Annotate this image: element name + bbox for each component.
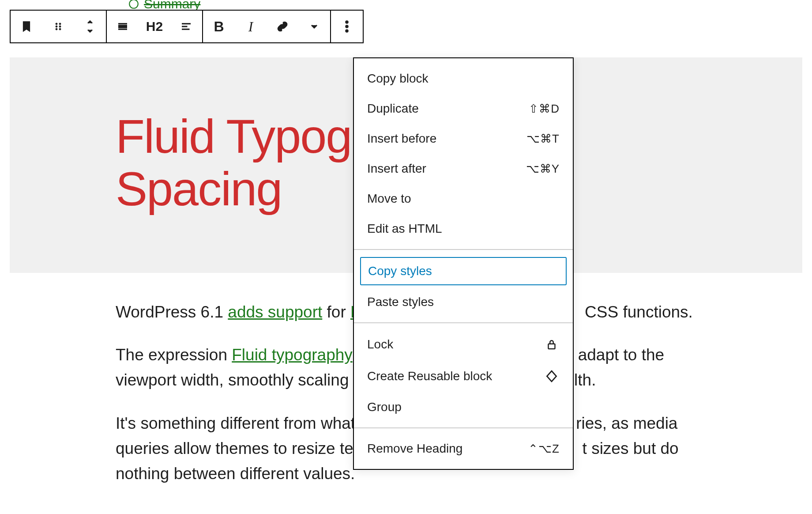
menu-duplicate[interactable]: Duplicate⇧⌘D — [354, 94, 573, 124]
svg-point-5 — [56, 28, 57, 30]
menu-group-2: Copy styles Paste styles — [354, 250, 573, 323]
text-align-left-icon — [180, 20, 193, 33]
toolbar-group-format: B I — [203, 11, 331, 42]
menu-insert-before[interactable]: Insert before⌥⌘T — [354, 124, 573, 154]
svg-point-6 — [59, 28, 61, 30]
text-align-button[interactable] — [170, 11, 202, 42]
drag-icon — [53, 21, 64, 32]
menu-group-4: Remove Heading⌃⌥Z — [354, 428, 573, 469]
heading-level-label: H2 — [146, 19, 163, 34]
menu-remove-heading[interactable]: Remove Heading⌃⌥Z — [354, 434, 573, 464]
toolbar-group-options — [331, 11, 363, 42]
block-options-menu: Copy block Duplicate⇧⌘D Insert before⌥⌘T… — [353, 57, 574, 470]
svg-point-15 — [346, 30, 348, 32]
menu-copy-block[interactable]: Copy block — [354, 64, 573, 94]
heading-level-button[interactable]: H2 — [139, 11, 170, 42]
bookmark-icon — [20, 20, 33, 33]
chevron-up-icon — [86, 18, 94, 26]
chevron-down-icon — [309, 21, 320, 32]
svg-rect-16 — [549, 344, 555, 349]
move-buttons[interactable] — [74, 11, 106, 42]
svg-point-14 — [346, 25, 348, 28]
circle-icon — [128, 0, 139, 10]
svg-point-2 — [59, 23, 61, 25]
svg-point-0 — [129, 0, 138, 8]
toolbar-group-heading: H2 — [107, 11, 203, 42]
bold-button[interactable]: B — [203, 11, 235, 42]
svg-point-3 — [56, 26, 57, 27]
link-adds-support[interactable]: adds support — [228, 303, 322, 321]
italic-button[interactable]: I — [235, 11, 267, 42]
block-type-button[interactable] — [11, 11, 42, 42]
more-format-button[interactable] — [298, 11, 330, 42]
menu-create-reusable[interactable]: Create Reusable block — [354, 360, 573, 392]
menu-group-3: Lock Create Reusable block Group — [354, 323, 573, 428]
reusable-icon — [544, 368, 560, 384]
lock-icon — [544, 336, 560, 352]
italic-icon: I — [248, 19, 253, 35]
link-button[interactable] — [267, 11, 298, 42]
align-button[interactable] — [107, 11, 139, 42]
svg-point-1 — [56, 23, 57, 25]
toolbar-group-block — [11, 11, 107, 42]
link-icon — [276, 20, 289, 33]
menu-copy-styles[interactable]: Copy styles — [360, 257, 567, 285]
svg-point-4 — [59, 26, 61, 27]
menu-group-item[interactable]: Group — [354, 392, 573, 422]
chevron-down-icon — [86, 26, 94, 35]
menu-insert-after[interactable]: Insert after⌥⌘Y — [354, 154, 573, 184]
align-none-icon — [116, 20, 129, 33]
link-fluid-typography[interactable]: Fluid typography — [232, 346, 353, 364]
block-toolbar: H2 B I — [10, 10, 364, 43]
ellipsis-vertical-icon — [345, 20, 349, 33]
menu-edit-html[interactable]: Edit as HTML — [354, 214, 573, 244]
drag-handle[interactable] — [42, 11, 74, 42]
menu-lock[interactable]: Lock — [354, 329, 573, 360]
menu-group-1: Copy block Duplicate⇧⌘D Insert before⌥⌘T… — [354, 58, 573, 250]
menu-paste-styles[interactable]: Paste styles — [354, 287, 573, 317]
menu-move-to[interactable]: Move to — [354, 184, 573, 214]
bold-icon: B — [214, 19, 224, 35]
svg-point-13 — [346, 21, 348, 23]
options-button[interactable] — [331, 11, 363, 42]
